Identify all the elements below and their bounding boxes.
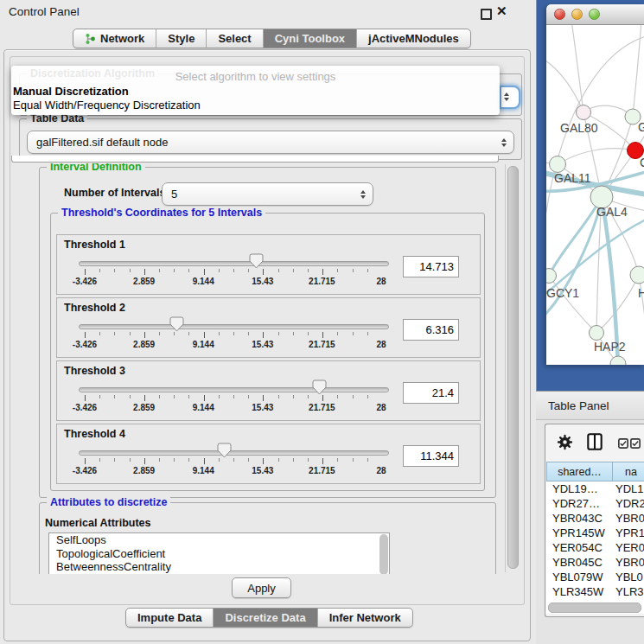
network-window-titlebar[interactable] — [546, 4, 644, 25]
bottom-tabstrip: Impute Data Discretize Data Infer Networ… — [125, 608, 413, 628]
settings-scrollbar[interactable] — [505, 164, 520, 572]
tab-infer-network[interactable]: Infer Network — [317, 609, 412, 627]
slider-handle[interactable] — [249, 253, 264, 270]
tab-label: Style — [168, 32, 194, 45]
settings-scrollpane: Interval Definition Number of Intervals … — [11, 163, 521, 574]
dropdown-hint: Select algorithm to view settings — [11, 70, 500, 83]
table-panel-title: Table Panel — [548, 399, 609, 412]
cell-shared-name[interactable]: YER054C — [546, 541, 613, 554]
slider-range: -3.426 2.859 9.144 15.43 21.715 28 — [85, 298, 381, 357]
tab-impute-data[interactable]: Impute Data — [126, 609, 213, 627]
algorithm-combobox-focus-fragment[interactable] — [500, 86, 520, 109]
network-desktop: GAL80 G C GAL11 GAL4 GCY1 H HAP2 — [536, 0, 644, 391]
tab-cyni-toolbox[interactable]: Cyni Toolbox — [263, 29, 356, 48]
table-row[interactable]: YPR145WYPR1 — [546, 526, 644, 540]
columns-icon[interactable] — [587, 433, 603, 450]
cell-shared-name[interactable]: YBL079W — [546, 571, 613, 583]
table-row[interactable]: YLR345WYLR3 — [546, 584, 644, 599]
slider-handle[interactable] — [217, 443, 232, 459]
float-window-icon[interactable] — [481, 9, 492, 20]
node-label-gal80: GAL80 — [560, 121, 598, 135]
slider-major-ticks — [85, 458, 382, 464]
column-header-shared-name[interactable]: shared… — [546, 462, 613, 481]
cell-name[interactable]: YER0 — [613, 541, 644, 554]
tab-style[interactable]: Style — [156, 29, 206, 48]
table-data-combobox[interactable]: galFiltered.sif default node — [27, 131, 514, 154]
zoom-traffic-light-icon[interactable] — [589, 9, 600, 20]
table-row[interactable]: YDR27…YDR2 — [546, 496, 644, 511]
scrollbar-thumb[interactable] — [507, 166, 519, 569]
table-row[interactable]: YBR043CYBR0 — [546, 511, 644, 526]
cell-name[interactable]: YPR1 — [613, 526, 644, 539]
checkbox-icon[interactable] — [618, 438, 628, 449]
table-row[interactable]: YBL079WYBL0 — [546, 570, 644, 584]
cell-shared-name[interactable]: YDR27… — [546, 497, 613, 510]
tab-discretize-data[interactable]: Discretize Data — [213, 609, 316, 627]
tick-label: 9.144 — [193, 466, 214, 475]
table-header-row: shared… na — [546, 462, 644, 481]
tick-label: 2.859 — [133, 340, 155, 349]
cell-shared-name[interactable]: YLR345W — [546, 585, 613, 598]
cell-name[interactable]: YDR2 — [613, 497, 644, 510]
close-traffic-light-icon[interactable] — [554, 9, 565, 20]
tick-label: 15.43 — [252, 466, 273, 475]
tab-jactivemnodules[interactable]: jActiveMNodules — [356, 29, 470, 48]
table-horizontal-scrollbar-thumb[interactable] — [548, 603, 641, 613]
node-partial-right — [630, 266, 644, 284]
table-row[interactable]: YER054CYER0 — [546, 540, 644, 555]
cell-shared-name[interactable]: YBR045C — [546, 556, 613, 569]
gear-icon[interactable] — [557, 434, 573, 450]
close-icon[interactable]: ✕ — [496, 3, 507, 19]
cell-shared-name[interactable]: YPR145W — [546, 526, 613, 539]
num-intervals-combobox[interactable]: 5 — [162, 182, 373, 206]
cell-name[interactable]: YBR0 — [613, 556, 644, 569]
column-header-name[interactable]: na — [613, 462, 644, 481]
slider-handle[interactable] — [169, 316, 184, 333]
tick-label: 15.43 — [252, 403, 273, 412]
threshold-value-input[interactable] — [403, 319, 459, 341]
panel-title: Control Panel — [9, 5, 80, 18]
list-scrollbar-thumb[interactable] — [379, 534, 388, 574]
threshold-value-input[interactable] — [403, 256, 459, 277]
dropdown-item-equal-width-frequency[interactable]: Equal Width/Frequency Discretization — [13, 99, 201, 112]
cell-name[interactable]: YBR0 — [613, 512, 644, 525]
attributes-group: Attributes to discretize Numerical Attri… — [39, 502, 496, 574]
tick-label: -3.426 — [73, 466, 97, 475]
tick-label: 9.144 — [193, 340, 214, 349]
threshold-value-input[interactable] — [403, 382, 459, 404]
list-item[interactable]: TopologicalCoefficient — [49, 547, 389, 561]
tick-label: -3.426 — [73, 277, 97, 286]
table-body: YDL19…YDL1 YDR27…YDR2 YBR043CYBR0 YPR145… — [546, 481, 644, 614]
tick-label: 28 — [376, 277, 386, 286]
thresholds-group: Threshold's Coordinates for 5 Intervals … — [50, 213, 485, 491]
list-item[interactable]: SelfLoops — [49, 533, 389, 547]
table-panel-header: Table Panel — [536, 391, 644, 420]
table-row[interactable]: YBR045CYBR0 — [546, 555, 644, 570]
node-label-gal11: GAL11 — [554, 171, 591, 185]
slider-major-ticks — [85, 269, 382, 275]
node-gcy1 — [546, 269, 557, 284]
tab-label: Select — [218, 32, 251, 45]
network-view-window[interactable]: GAL80 G C GAL11 GAL4 GCY1 H HAP2 — [546, 4, 644, 365]
tab-network[interactable]: Network — [73, 29, 156, 48]
table-row[interactable]: YDL19…YDL1 — [546, 481, 644, 496]
dropdown-item-manual-discretization[interactable]: Manual Discretization — [13, 85, 129, 98]
slider-range: -3.426 2.859 9.144 15.43 21.715 28 — [85, 235, 381, 294]
threshold-value-input[interactable] — [403, 445, 459, 467]
list-item[interactable]: BetweennessCentrality — [49, 560, 389, 574]
apply-button[interactable]: Apply — [232, 577, 291, 598]
minimize-traffic-light-icon[interactable] — [571, 9, 583, 20]
network-icon — [85, 33, 96, 45]
cell-name[interactable]: YDL1 — [613, 482, 644, 495]
node-label-partial-h: H — [638, 286, 644, 300]
tab-select[interactable]: Select — [206, 29, 262, 48]
cell-name[interactable]: YBL0 — [613, 571, 644, 583]
cell-name[interactable]: YLR3 — [613, 585, 644, 598]
network-canvas[interactable]: GAL80 G C GAL11 GAL4 GCY1 H HAP2 — [546, 25, 644, 365]
cell-shared-name[interactable]: YDL19… — [546, 482, 613, 495]
cell-shared-name[interactable]: YBR043C — [546, 512, 613, 525]
tick-label: -3.426 — [73, 403, 97, 412]
slider-handle[interactable] — [312, 379, 327, 396]
checkbox-icon[interactable] — [630, 438, 641, 449]
apply-label: Apply — [247, 582, 276, 595]
